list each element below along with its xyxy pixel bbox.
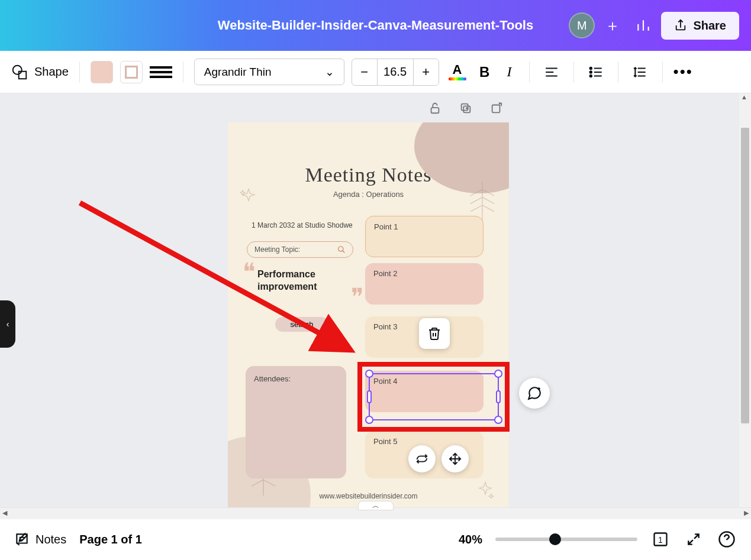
stroke-color-swatch[interactable] xyxy=(120,61,143,83)
footer-url[interactable]: www.websitebuilderinsider.com xyxy=(228,492,509,500)
sparkle-icon xyxy=(240,187,257,205)
help-icon xyxy=(718,530,736,548)
share-button[interactable]: Share xyxy=(661,12,739,40)
attendees-label: Attendees: xyxy=(254,374,291,383)
page-quick-actions xyxy=(426,99,505,117)
lock-icon[interactable] xyxy=(426,99,444,117)
selection-outline[interactable] xyxy=(369,373,499,420)
quote-close-icon: ❞ xyxy=(351,283,364,311)
zoom-slider[interactable] xyxy=(495,538,637,541)
zoom-level[interactable]: 40% xyxy=(459,533,482,546)
font-name: Agrandir Thin xyxy=(204,66,272,79)
analytics-icon[interactable] xyxy=(630,12,656,38)
search-icon xyxy=(337,245,346,254)
avatar[interactable]: M xyxy=(569,12,595,38)
meeting-topic-pill[interactable]: Meeting Topic: xyxy=(247,241,353,258)
fullscreen-button[interactable] xyxy=(684,529,704,549)
svg-point-2 xyxy=(589,67,591,69)
resize-handle-nw[interactable] xyxy=(365,370,373,378)
font-size-value[interactable]: 16.5 xyxy=(377,59,414,85)
app-header: Website-Builder-Insider-Canva-Measuremen… xyxy=(0,0,751,51)
chevron-down-icon: ⌄ xyxy=(325,65,334,79)
side-panel-toggle[interactable]: ‹ xyxy=(0,300,15,348)
scroll-left-arrow[interactable]: ◀ xyxy=(2,509,7,517)
scroll-right-arrow[interactable]: ▶ xyxy=(744,509,749,517)
text-color-button[interactable]: A xyxy=(446,60,469,84)
bold-button[interactable]: B xyxy=(476,64,494,80)
svg-point-9 xyxy=(339,247,343,251)
add-page-icon[interactable] xyxy=(488,99,505,117)
svg-rect-5 xyxy=(431,108,439,113)
bottom-bar: Notes Page 1 of 1 40% 1 xyxy=(0,519,751,559)
scroll-up-arrow[interactable]: ▲ xyxy=(741,93,747,101)
duplicate-page-icon[interactable] xyxy=(457,99,475,117)
resize-handle-sw[interactable] xyxy=(365,416,373,424)
svg-point-0 xyxy=(13,65,22,74)
quote-line-1: Performance xyxy=(257,269,315,279)
quote-block[interactable]: ❝ Performance improvement ❞ xyxy=(252,268,358,293)
share-label: Share xyxy=(693,19,726,33)
move-button[interactable] xyxy=(441,445,469,472)
expand-pages-toggle[interactable]: ︿ xyxy=(358,501,394,510)
svg-text:1: 1 xyxy=(658,535,663,545)
scrollbar-thumb[interactable] xyxy=(741,128,749,423)
zoom-slider-knob[interactable] xyxy=(549,533,561,545)
vertical-scrollbar[interactable]: ▲ xyxy=(739,93,751,507)
color-spectrum-icon xyxy=(449,77,466,80)
grid-view-button[interactable]: 1 xyxy=(650,529,671,549)
add-collaborator-button[interactable]: ＋ xyxy=(599,12,626,38)
point-1-box[interactable]: Point 1 xyxy=(365,216,484,257)
search-pill[interactable]: search xyxy=(275,317,328,332)
comment-fab[interactable] xyxy=(519,378,550,409)
resize-handle-ne[interactable] xyxy=(494,370,502,378)
text-color-letter: A xyxy=(453,63,462,76)
svg-point-4 xyxy=(589,75,591,76)
spacing-button[interactable] xyxy=(629,61,652,83)
svg-point-3 xyxy=(589,71,591,73)
attendees-box[interactable]: Attendees: xyxy=(246,366,346,478)
chevron-up-icon: ︿ xyxy=(372,501,379,511)
resize-handle-w[interactable] xyxy=(367,390,372,403)
move-icon xyxy=(449,452,462,465)
resize-handle-e[interactable] xyxy=(496,390,501,403)
point-2-box[interactable]: Point 2 xyxy=(365,263,484,305)
italic-button[interactable]: I xyxy=(501,64,518,80)
border-style-button[interactable] xyxy=(150,61,172,83)
meeting-topic-label: Meeting Topic: xyxy=(254,245,300,254)
fullscreen-icon xyxy=(686,532,701,547)
trash-icon xyxy=(427,326,441,341)
fill-color-swatch[interactable] xyxy=(91,61,113,83)
delete-element-button[interactable] xyxy=(419,318,450,349)
font-family-select[interactable]: Agrandir Thin ⌄ xyxy=(194,59,344,85)
list-button[interactable] xyxy=(585,61,607,83)
svg-rect-1 xyxy=(19,71,27,79)
quote-line-2: improvement xyxy=(257,281,317,292)
font-size-control: − 16.5 + xyxy=(352,59,439,86)
canvas-area[interactable]: Meeting Notes Agenda : Operations 1 Marc… xyxy=(0,93,751,507)
font-size-decrease[interactable]: − xyxy=(352,64,377,80)
help-button[interactable] xyxy=(717,529,737,549)
text-align-button[interactable] xyxy=(540,61,563,83)
more-options-button[interactable]: ••• xyxy=(673,63,693,81)
comment-plus-icon xyxy=(527,386,542,401)
sync-icon xyxy=(415,452,428,465)
font-size-increase[interactable]: + xyxy=(414,64,439,80)
horizontal-scrollbar[interactable]: ︿ ◀ ▶ xyxy=(0,507,751,519)
quote-open-icon: ❝ xyxy=(243,258,256,286)
page-indicator[interactable]: Page 1 of 1 xyxy=(79,533,142,546)
chevron-left-icon: ‹ xyxy=(7,319,9,329)
sync-button[interactable] xyxy=(408,445,436,472)
shape-tool[interactable]: Shape xyxy=(11,63,69,81)
element-actions-fab xyxy=(408,445,469,472)
notes-label: Notes xyxy=(36,533,66,546)
svg-rect-8 xyxy=(492,105,500,113)
notes-icon xyxy=(14,532,30,547)
document-title[interactable]: Website-Builder-Insider-Canva-Measuremen… xyxy=(218,18,533,33)
resize-handle-se[interactable] xyxy=(494,416,502,424)
shape-label: Shape xyxy=(34,65,69,79)
notes-button[interactable]: Notes xyxy=(14,532,66,547)
editor-toolbar: Shape Agrandir Thin ⌄ − 16.5 + A B I ••• xyxy=(0,51,751,93)
